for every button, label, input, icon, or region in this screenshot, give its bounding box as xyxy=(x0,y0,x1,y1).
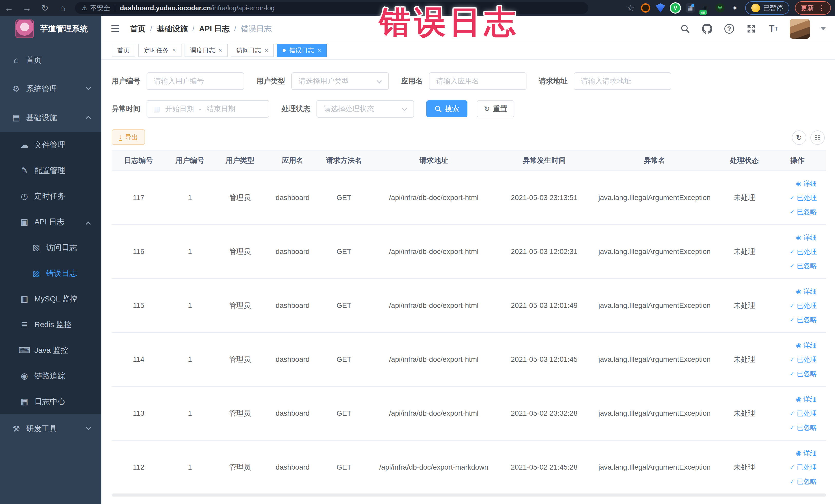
action-已处理[interactable]: ✓已处理 xyxy=(769,409,817,418)
profile-paused-chip[interactable]: 已暂停 xyxy=(745,1,789,15)
cell-id: 116 xyxy=(111,225,166,279)
address-bar[interactable]: ⚠ 不安全 dashboard.yudao.iocoder.cn /infra/… xyxy=(75,2,588,14)
browser-forward-icon[interactable]: → xyxy=(18,3,36,13)
action-已处理[interactable]: ✓已处理 xyxy=(769,247,817,256)
breadcrumb-item-API 日志[interactable]: API 日志 xyxy=(199,24,229,34)
avatar-caret-down-icon[interactable] xyxy=(821,27,826,30)
user-id-input[interactable] xyxy=(147,73,244,90)
sidebar-item-Java 监控[interactable]: ⌨Java 监控 xyxy=(0,337,101,363)
extensions-puzzle-icon[interactable]: ✦ xyxy=(730,3,739,13)
browser-home-icon[interactable]: ⌂ xyxy=(54,3,72,13)
breadcrumb-item-首页[interactable]: 首页 xyxy=(130,24,145,34)
sidebar-item-定时任务[interactable]: ◴定时任务 xyxy=(0,183,101,209)
sidebar-item-系统管理[interactable]: ⚙系统管理 xyxy=(0,75,101,103)
action-详细[interactable]: ◉详细 xyxy=(769,341,817,350)
sidebar-item-MySQL 监控[interactable]: ▥MySQL 监控 xyxy=(0,286,101,312)
column-header-处理状态: 处理状态 xyxy=(720,150,769,171)
github-icon[interactable] xyxy=(701,23,713,35)
sidebar-item-文件管理[interactable]: ☁文件管理 xyxy=(0,132,101,158)
action-已忽略[interactable]: ✓已忽略 xyxy=(769,423,817,432)
cell-time: 2021-05-02 21:45:28 xyxy=(499,440,589,494)
reset-button[interactable]: ↻ 重置 xyxy=(477,100,514,117)
security-label[interactable]: 不安全 xyxy=(90,4,110,13)
breadcrumb-item-基础设施[interactable]: 基础设施 xyxy=(157,24,188,34)
profile-emoji-icon xyxy=(751,4,760,12)
table-refresh-button[interactable]: ↻ xyxy=(792,130,806,145)
ignored-check-icon: ✓ xyxy=(790,316,795,323)
detail-eye-icon: ◉ xyxy=(796,288,801,295)
tag-定时任务[interactable]: 定时任务× xyxy=(138,44,182,57)
extension-shield-icon[interactable] xyxy=(656,3,665,13)
hamburger-icon[interactable]: ☰ xyxy=(110,23,120,35)
cell-id: 115 xyxy=(111,279,166,332)
action-已忽略[interactable]: ✓已忽略 xyxy=(769,369,817,378)
docs-help-icon[interactable]: ? xyxy=(724,23,735,35)
font-size-icon[interactable]: TT xyxy=(768,23,779,35)
browser-menu-kebab-icon: ⋮ xyxy=(818,4,825,12)
sidebar-item-配置管理[interactable]: ✎配置管理 xyxy=(0,158,101,183)
sidebar-item-研发工具[interactable]: ⚒研发工具 xyxy=(0,415,101,443)
tag-首页[interactable]: 首页 xyxy=(111,44,135,57)
action-已忽略[interactable]: ✓已忽略 xyxy=(769,207,817,217)
action-已处理[interactable]: ✓已处理 xyxy=(769,193,817,202)
tag-close-icon[interactable]: × xyxy=(265,47,268,54)
sidebar-item-Redis 监控[interactable]: ≣Redis 监控 xyxy=(0,312,101,337)
cell-exception: java.lang.IllegalArgumentException xyxy=(589,386,720,440)
action-已处理[interactable]: ✓已处理 xyxy=(769,355,817,364)
extension-grid-icon[interactable]: ▦ xyxy=(686,3,695,13)
browser-back-icon[interactable]: ← xyxy=(0,3,18,13)
export-button[interactable]: ↓ 导出 xyxy=(111,129,145,145)
user-avatar[interactable] xyxy=(790,19,810,39)
sidebar-item-日志中心[interactable]: ▦日志中心 xyxy=(0,389,101,415)
app-name-input[interactable] xyxy=(429,73,527,90)
browser-reload-icon[interactable]: ↻ xyxy=(36,3,54,13)
extension-onoff-icon[interactable]: ≡ xyxy=(700,3,710,13)
chevron-down-icon xyxy=(402,106,407,111)
search-icon[interactable] xyxy=(679,23,691,35)
sidebar-item-label: 错误日志 xyxy=(46,268,77,279)
chevron-down-icon xyxy=(377,78,382,83)
action-已处理[interactable]: ✓已处理 xyxy=(769,301,817,310)
sidebar-item-API 日志[interactable]: ▣API 日志 xyxy=(0,209,101,235)
request-url-input[interactable] xyxy=(574,73,671,90)
detail-eye-icon: ◉ xyxy=(796,234,801,241)
gear-icon: ⚙ xyxy=(10,84,22,94)
action-详细[interactable]: ◉详细 xyxy=(769,233,817,242)
tag-访问日志[interactable]: 访问日志× xyxy=(231,44,274,57)
extension-icon[interactable] xyxy=(641,3,650,13)
action-详细[interactable]: ◉详细 xyxy=(769,449,817,458)
column-settings-button[interactable]: ☷ xyxy=(810,130,825,145)
tag-close-icon[interactable]: × xyxy=(318,47,321,54)
tag-错误日志[interactable]: 错误日志× xyxy=(277,44,327,57)
sidebar-item-访问日志[interactable]: ▧访问日志 xyxy=(0,235,101,260)
tag-close-icon[interactable]: × xyxy=(219,47,222,54)
action-详细[interactable]: ◉详细 xyxy=(769,179,817,188)
extension-plant-icon[interactable]: ❋ xyxy=(715,3,725,13)
action-已忽略[interactable]: ✓已忽略 xyxy=(769,477,817,486)
action-详细[interactable]: ◉详细 xyxy=(769,395,817,404)
bookmark-star-icon[interactable]: ☆ xyxy=(626,3,635,13)
sidebar-item-错误日志[interactable]: ▨错误日志 xyxy=(0,260,101,286)
sidebar-logo-row[interactable]: 芋道管理系统 xyxy=(0,16,101,42)
sidebar-item-链路追踪[interactable]: ◉链路追踪 xyxy=(0,363,101,389)
sidebar-item-首页[interactable]: ⌂首页 xyxy=(0,46,101,75)
action-已忽略[interactable]: ✓已忽略 xyxy=(769,261,817,270)
fullscreen-icon[interactable] xyxy=(746,23,757,35)
extension-v-icon[interactable]: V xyxy=(671,3,680,13)
exception-time-range-picker[interactable]: ▦ 开始日期 - 结束日期 xyxy=(147,100,269,118)
user-type-select[interactable]: 请选择用户类型 xyxy=(291,73,389,90)
tag-close-icon[interactable]: × xyxy=(172,47,176,54)
sidebar-item-label: 系统管理 xyxy=(26,84,57,94)
search-button[interactable]: 搜索 xyxy=(426,100,467,117)
action-已忽略[interactable]: ✓已忽略 xyxy=(769,315,817,324)
tag-调度日志[interactable]: 调度日志× xyxy=(185,44,228,57)
cell-status: 未处理 xyxy=(720,440,769,494)
cell-user_type: 管理员 xyxy=(214,171,266,225)
action-详细[interactable]: ◉详细 xyxy=(769,287,817,296)
sidebar-item-基础设施[interactable]: ▤基础设施 xyxy=(0,103,101,132)
calendar-icon: ▦ xyxy=(153,105,160,113)
horizontal-scrollbar[interactable] xyxy=(111,493,826,497)
process-status-select[interactable]: 请选择处理状态 xyxy=(317,100,414,118)
browser-update-button[interactable]: 更新 ⋮ xyxy=(795,1,831,15)
action-已处理[interactable]: ✓已处理 xyxy=(769,463,817,472)
